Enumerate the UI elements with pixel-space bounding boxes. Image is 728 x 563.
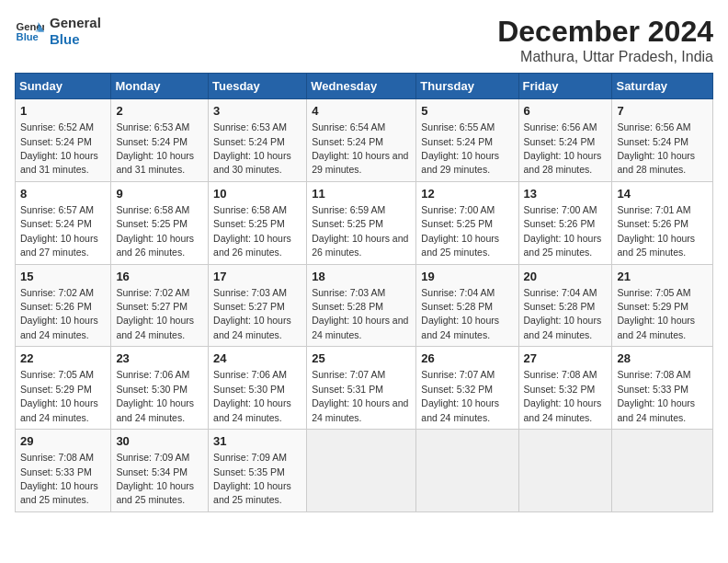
day-info: Sunrise: 6:53 AMSunset: 5:24 PMDaylight:… [116,121,194,175]
calendar-cell: 28Sunrise: 7:08 AMSunset: 5:33 PMDayligh… [612,347,713,430]
calendar-cell: 27Sunrise: 7:08 AMSunset: 5:32 PMDayligh… [518,347,612,430]
header-monday: Monday [111,74,209,99]
day-number: 8 [20,186,106,202]
day-number: 21 [617,269,708,285]
page-subtitle: Mathura, Uttar Pradesh, India [497,49,713,65]
calendar-cell: 2Sunrise: 6:53 AMSunset: 5:24 PMDaylight… [111,99,209,182]
day-number: 26 [421,350,513,367]
day-info: Sunrise: 6:58 AMSunset: 5:25 PMDaylight:… [116,204,194,258]
calendar-cell: 8Sunrise: 6:57 AMSunset: 5:24 PMDaylight… [16,181,111,264]
day-info: Sunrise: 7:05 AMSunset: 5:29 PMDaylight:… [617,287,695,340]
day-info: Sunrise: 7:06 AMSunset: 5:30 PMDaylight:… [213,369,291,422]
calendar-cell [518,430,612,512]
day-number: 14 [617,186,708,202]
day-info: Sunrise: 7:00 AMSunset: 5:25 PMDaylight:… [421,204,499,258]
day-number: 28 [617,350,708,367]
calendar-cell: 23Sunrise: 7:06 AMSunset: 5:30 PMDayligh… [111,347,209,430]
logo-general: General [50,15,101,31]
day-info: Sunrise: 6:52 AMSunset: 5:24 PMDaylight:… [20,121,98,175]
day-info: Sunrise: 7:04 AMSunset: 5:28 PMDaylight:… [421,287,499,340]
calendar-cell: 11Sunrise: 6:59 AMSunset: 5:25 PMDayligh… [307,181,416,264]
calendar-cell: 17Sunrise: 7:03 AMSunset: 5:27 PMDayligh… [209,264,307,347]
calendar-cell [416,430,518,512]
day-number: 5 [421,103,513,120]
day-number: 27 [524,350,608,367]
day-number: 23 [116,350,203,367]
day-info: Sunrise: 7:09 AMSunset: 5:35 PMDaylight:… [213,452,291,505]
calendar-cell: 6Sunrise: 6:56 AMSunset: 5:24 PMDaylight… [518,99,612,182]
day-number: 3 [213,103,301,120]
header-saturday: Saturday [612,74,713,99]
calendar-cell: 4Sunrise: 6:54 AMSunset: 5:24 PMDaylight… [307,99,416,182]
day-number: 24 [213,350,301,367]
day-info: Sunrise: 7:02 AMSunset: 5:27 PMDaylight:… [116,287,194,340]
day-info: Sunrise: 7:00 AMSunset: 5:26 PMDaylight:… [524,204,602,258]
calendar-cell: 26Sunrise: 7:07 AMSunset: 5:32 PMDayligh… [416,347,518,430]
calendar-cell: 9Sunrise: 6:58 AMSunset: 5:25 PMDaylight… [111,181,209,264]
day-number: 12 [421,186,513,202]
day-info: Sunrise: 7:04 AMSunset: 5:28 PMDaylight:… [524,287,602,340]
day-number: 10 [213,186,301,202]
calendar-week-1: 1Sunrise: 6:52 AMSunset: 5:24 PMDaylight… [16,99,713,182]
calendar-cell: 13Sunrise: 7:00 AMSunset: 5:26 PMDayligh… [518,181,612,264]
day-number: 2 [116,103,203,120]
day-number: 4 [312,103,411,120]
day-number: 25 [312,350,411,367]
calendar-cell: 10Sunrise: 6:58 AMSunset: 5:25 PMDayligh… [209,181,307,264]
day-info: Sunrise: 7:07 AMSunset: 5:32 PMDaylight:… [421,369,499,422]
header-thursday: Thursday [416,74,518,99]
header-wednesday: Wednesday [307,74,416,99]
day-number: 17 [213,269,301,285]
day-number: 1 [20,103,106,120]
day-info: Sunrise: 6:56 AMSunset: 5:24 PMDaylight:… [617,121,695,175]
day-number: 6 [524,103,608,120]
day-info: Sunrise: 6:55 AMSunset: 5:24 PMDaylight:… [421,121,499,175]
day-info: Sunrise: 7:08 AMSunset: 5:33 PMDaylight:… [20,452,98,505]
day-number: 30 [116,433,203,450]
calendar-cell: 25Sunrise: 7:07 AMSunset: 5:31 PMDayligh… [307,347,416,430]
day-info: Sunrise: 7:02 AMSunset: 5:26 PMDaylight:… [20,287,98,340]
day-info: Sunrise: 7:07 AMSunset: 5:31 PMDaylight:… [312,369,408,422]
day-info: Sunrise: 7:08 AMSunset: 5:33 PMDaylight:… [617,369,695,422]
day-info: Sunrise: 6:56 AMSunset: 5:24 PMDaylight:… [524,121,602,175]
calendar-cell: 22Sunrise: 7:05 AMSunset: 5:29 PMDayligh… [16,347,111,430]
calendar-cell [612,430,713,512]
day-number: 11 [312,186,411,202]
day-info: Sunrise: 6:59 AMSunset: 5:25 PMDaylight:… [312,204,408,258]
calendar-cell: 14Sunrise: 7:01 AMSunset: 5:26 PMDayligh… [612,181,713,264]
day-info: Sunrise: 7:01 AMSunset: 5:26 PMDaylight:… [617,204,695,258]
page-title: December 2024 [497,15,713,49]
calendar-cell [307,430,416,512]
day-number: 9 [116,186,203,202]
calendar-cell: 30Sunrise: 7:09 AMSunset: 5:34 PMDayligh… [111,430,209,512]
calendar-week-4: 22Sunrise: 7:05 AMSunset: 5:29 PMDayligh… [16,347,713,430]
day-info: Sunrise: 7:03 AMSunset: 5:27 PMDaylight:… [213,287,291,340]
day-number: 20 [524,269,608,285]
day-info: Sunrise: 7:05 AMSunset: 5:29 PMDaylight:… [20,369,98,422]
logo-icon: General Blue [15,18,44,44]
calendar-cell: 31Sunrise: 7:09 AMSunset: 5:35 PMDayligh… [209,430,307,512]
day-number: 31 [213,433,301,450]
header-friday: Friday [518,74,612,99]
day-info: Sunrise: 7:08 AMSunset: 5:32 PMDaylight:… [524,369,602,422]
calendar-week-2: 8Sunrise: 6:57 AMSunset: 5:24 PMDaylight… [16,181,713,264]
calendar-cell: 20Sunrise: 7:04 AMSunset: 5:28 PMDayligh… [518,264,612,347]
day-number: 18 [312,269,411,285]
calendar-cell: 12Sunrise: 7:00 AMSunset: 5:25 PMDayligh… [416,181,518,264]
day-info: Sunrise: 6:57 AMSunset: 5:24 PMDaylight:… [20,204,98,258]
calendar-header-row: SundayMondayTuesdayWednesdayThursdayFrid… [16,74,713,99]
day-info: Sunrise: 6:58 AMSunset: 5:25 PMDaylight:… [213,204,291,258]
calendar-cell: 16Sunrise: 7:02 AMSunset: 5:27 PMDayligh… [111,264,209,347]
calendar-cell: 3Sunrise: 6:53 AMSunset: 5:24 PMDaylight… [209,99,307,182]
calendar-cell: 19Sunrise: 7:04 AMSunset: 5:28 PMDayligh… [416,264,518,347]
day-info: Sunrise: 7:06 AMSunset: 5:30 PMDaylight:… [116,369,194,422]
calendar-week-5: 29Sunrise: 7:08 AMSunset: 5:33 PMDayligh… [16,430,713,512]
calendar-cell: 24Sunrise: 7:06 AMSunset: 5:30 PMDayligh… [209,347,307,430]
day-info: Sunrise: 6:54 AMSunset: 5:24 PMDaylight:… [312,121,408,175]
header: General Blue General Blue December 2024 … [15,15,713,65]
calendar-cell: 21Sunrise: 7:05 AMSunset: 5:29 PMDayligh… [612,264,713,347]
day-number: 22 [20,350,106,367]
svg-text:Blue: Blue [17,31,39,42]
day-number: 29 [20,433,106,450]
day-info: Sunrise: 7:09 AMSunset: 5:34 PMDaylight:… [116,452,194,505]
